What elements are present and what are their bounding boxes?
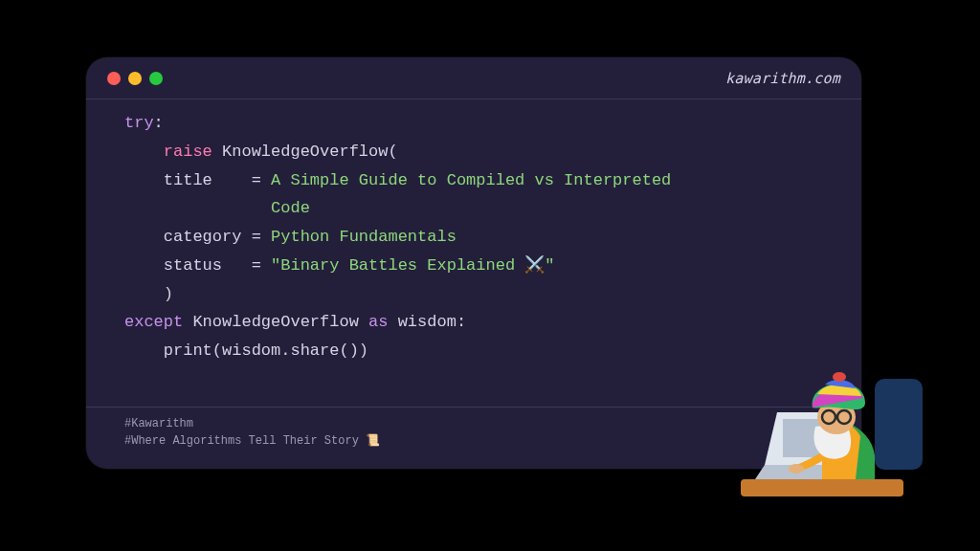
param-status-val: "Binary Battles Explained ⚔️" [271, 256, 554, 275]
param-title-val-1: A Simple Guide to Compiled vs Interprete… [271, 171, 671, 189]
param-title-val-2: Code [271, 199, 310, 217]
minimize-dot-icon [128, 72, 142, 85]
share-call: (wisdom.share()) [212, 342, 368, 360]
exception-class: KnowledgeOverflow [222, 143, 388, 161]
close-paren: ) [164, 285, 173, 303]
kw-as: as [368, 313, 388, 331]
site-label: kawarithm.com [725, 70, 840, 87]
kw-except: except [124, 313, 183, 331]
maximize-dot-icon [149, 72, 163, 85]
param-category-key: category [164, 228, 242, 246]
elder-coder-icon [741, 321, 932, 513]
param-category-val: Python Fundamentals [271, 228, 457, 246]
svg-point-3 [789, 464, 804, 474]
hashtag-1: #Kawarithm [124, 415, 823, 432]
close-dot-icon [107, 72, 121, 85]
hashtag-2: #Where Algorithms Tell Their Story 📜 [124, 432, 823, 450]
param-status-key: status [164, 256, 222, 275]
svg-point-8 [833, 372, 846, 382]
window-titlebar: kawarithm.com [86, 57, 861, 99]
param-title-key: title [164, 171, 212, 189]
print-call: print [164, 342, 212, 360]
window-controls [107, 72, 163, 85]
svg-rect-1 [741, 479, 903, 496]
svg-rect-0 [875, 379, 923, 470]
kw-raise: raise [164, 143, 212, 161]
wisdom-ident: wisdom [398, 313, 457, 331]
kw-try: try [124, 114, 154, 132]
